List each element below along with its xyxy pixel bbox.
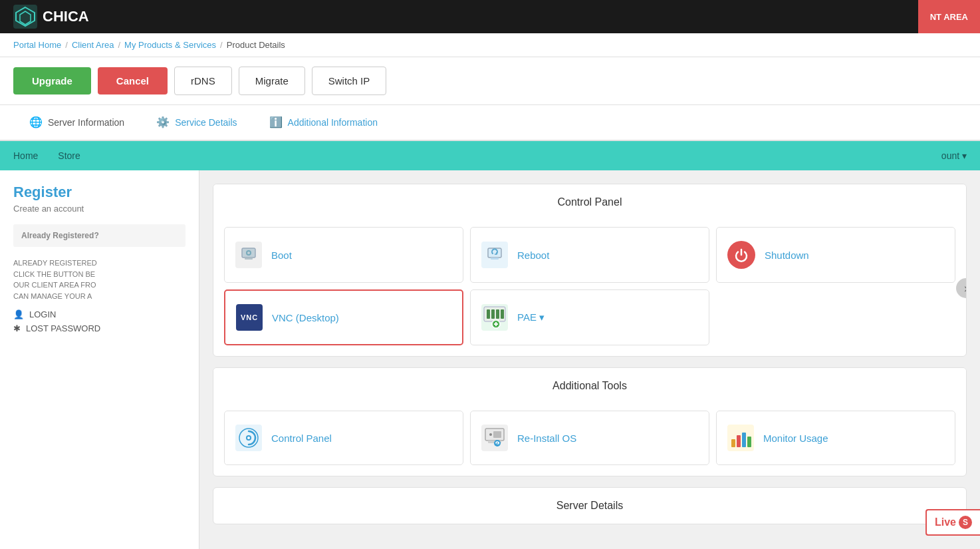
live-chat-label: Live (935, 516, 956, 528)
live-chat-button[interactable]: Live S (925, 509, 980, 536)
person-icon: 👤 (13, 309, 24, 319)
vnc-card[interactable]: VNC VNC (Desktop) (224, 289, 463, 345)
sidebar-register-subtitle: Create an account (13, 204, 185, 214)
nav-green-bar: Home Store ount ▾ (0, 141, 980, 170)
upgrade-button[interactable]: Upgrade (13, 67, 91, 94)
main-content: Control Panel Boot (199, 170, 980, 549)
nav-store[interactable]: Store (58, 150, 80, 161)
vnc-label: VNC (Desktop) (272, 312, 339, 323)
client-area-button[interactable]: NT AREA (918, 0, 980, 33)
migrate-button[interactable]: Migrate (239, 67, 305, 95)
breadcrumb: Portal Home / Client Area / My Products … (0, 33, 980, 57)
reboot-icon (481, 242, 508, 268)
nav-account[interactable]: ount ▾ (941, 150, 967, 161)
pae-icon (481, 304, 508, 331)
monitor-label: Monitor Usage (763, 433, 828, 444)
breadcrumb-product-details: Product Details (227, 40, 285, 50)
sidebar-links: 👤 LOGIN ✱ LOST PASSWORD (13, 309, 185, 333)
shutdown-card[interactable]: Shutdown (716, 227, 955, 283)
cpanel-icon (235, 425, 262, 451)
svg-rect-13 (496, 309, 499, 319)
svg-rect-28 (742, 433, 746, 447)
additional-tools-grid: Control Panel Re-I (213, 404, 966, 476)
reinstall-icon (481, 425, 508, 451)
scroll-handle[interactable]: › (956, 278, 967, 298)
sidebar-register-title: Register (13, 184, 185, 201)
sidebar-register: Register Create an account (13, 184, 185, 214)
sidebar-already-text: ALREADY REGISTERED CLICK THE BUTTON BE O… (13, 254, 185, 309)
reboot-label: Reboot (517, 250, 549, 261)
shutdown-label: Shutdown (765, 250, 809, 261)
svg-rect-27 (737, 435, 741, 447)
svg-rect-12 (491, 309, 495, 319)
cancel-button[interactable]: Cancel (98, 67, 168, 94)
monitor-icon (727, 425, 754, 451)
globe-icon: 🌐 (29, 116, 43, 128)
pae-card[interactable]: PAE ▾ (470, 289, 709, 345)
logo: CHICA (13, 5, 89, 29)
cpanel-label: Control Panel (271, 433, 332, 444)
sidebar: Register Create an account Already Regis… (0, 170, 199, 549)
pae-label: PAE ▾ (517, 311, 545, 323)
control-panel-section: Control Panel Boot (213, 184, 967, 357)
svg-rect-4 (245, 258, 253, 260)
svg-point-20 (247, 437, 250, 439)
top-bar: CHICA NT AREA (0, 0, 980, 33)
monitor-card[interactable]: Monitor Usage (716, 411, 955, 465)
live-chat-icon: S (959, 516, 972, 529)
svg-rect-24 (493, 431, 501, 438)
sidebar-login-link[interactable]: 👤 LOGIN (13, 309, 185, 319)
tab-service-details[interactable]: ⚙️ Service Details (140, 105, 253, 141)
nav-home[interactable]: Home (13, 150, 38, 161)
server-details-title: Server Details (213, 488, 966, 524)
asterisk-icon: ✱ (13, 323, 21, 333)
breadcrumb-client-area[interactable]: Client Area (72, 40, 114, 50)
control-panel-title: Control Panel (213, 184, 966, 220)
reinstall-label: Re-Install OS (517, 433, 576, 444)
boot-card[interactable]: Boot (224, 227, 463, 283)
shutdown-icon (727, 241, 755, 269)
logo-text: CHICA (43, 8, 89, 25)
tab-additional-information[interactable]: ℹ️ Additional Information (253, 105, 394, 141)
additional-tools-section: Additional Tools Control Panel (213, 367, 967, 476)
boot-icon (235, 242, 262, 268)
vnc-icon: VNC (236, 304, 263, 331)
breadcrumb-portal-home[interactable]: Portal Home (13, 40, 61, 50)
control-panel-grid: Boot Reboot (213, 220, 966, 356)
svg-rect-26 (731, 439, 735, 447)
additional-tools-title: Additional Tools (213, 368, 966, 404)
reinstall-card[interactable]: Re-Install OS (470, 411, 709, 465)
switch-ip-button[interactable]: Switch IP (312, 67, 387, 95)
svg-rect-11 (487, 309, 490, 319)
svg-rect-14 (501, 309, 504, 319)
svg-rect-29 (747, 437, 751, 447)
rdns-button[interactable]: rDNS (174, 67, 232, 95)
svg-point-23 (489, 433, 492, 436)
breadcrumb-my-products[interactable]: My Products & Services (124, 40, 216, 50)
svg-point-25 (494, 440, 501, 447)
server-details-section: Server Details (213, 487, 967, 524)
boot-label: Boot (271, 250, 292, 261)
toolbar: Upgrade Cancel rDNS Migrate Switch IP (0, 57, 980, 105)
sidebar-already-registered: Already Registered? (13, 224, 185, 247)
tabs-bar: 🌐 Server Information ⚙️ Service Details … (0, 105, 980, 141)
sidebar-lost-password-link[interactable]: ✱ LOST PASSWORD (13, 323, 185, 333)
main-layout: Register Create an account Already Regis… (0, 170, 980, 549)
svg-rect-8 (491, 258, 499, 260)
info-icon: ℹ️ (269, 116, 283, 128)
tab-server-information[interactable]: 🌐 Server Information (13, 105, 140, 141)
reboot-card[interactable]: Reboot (470, 227, 709, 283)
cpanel-card[interactable]: Control Panel (224, 411, 463, 465)
svg-rect-3 (242, 248, 255, 258)
service-icon: ⚙️ (156, 116, 170, 128)
